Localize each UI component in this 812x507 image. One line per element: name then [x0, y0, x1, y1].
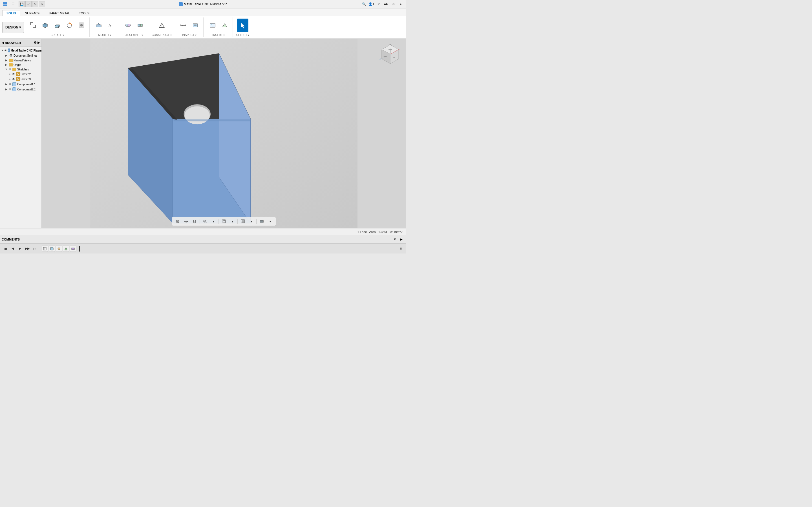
tree-toggle-origin[interactable]: ▶	[4, 63, 8, 66]
assemble1-icon	[124, 21, 132, 29]
search-user-btn[interactable]: 🔍	[361, 1, 367, 7]
construct1-icon	[158, 21, 166, 29]
viewport-env-btn[interactable]	[258, 218, 265, 225]
comments-expand-btn[interactable]: ▶	[399, 237, 404, 242]
undo-btn[interactable]: ↩	[26, 1, 32, 7]
formula-btn[interactable]: fx	[105, 18, 116, 32]
tab-sheet-metal[interactable]: SHEET METAL	[45, 10, 74, 16]
hole-btn[interactable]	[76, 18, 87, 32]
construct1-btn[interactable]	[156, 18, 167, 32]
toolbar-group-create: CREATE ▾	[25, 17, 90, 37]
box-btn[interactable]	[40, 18, 51, 32]
revolve-btn[interactable]	[64, 18, 75, 32]
browser-panel: ◀ BROWSER ⚙ ▶ ▼ 👁 C Metal Table CNC Plas…	[0, 39, 42, 228]
extrude-btn[interactable]	[52, 18, 63, 32]
tree-item-sketches[interactable]: ▼ 👁 Sketches	[0, 67, 42, 71]
tab-surface[interactable]: SURFACE	[21, 10, 44, 16]
apps-icon[interactable]	[2, 1, 8, 7]
viewport-pan-btn[interactable]	[183, 218, 190, 225]
tree-item-origin[interactable]: ▶ Origin	[0, 62, 42, 67]
image-btn[interactable]	[207, 18, 218, 32]
viewport-display-mode-btn[interactable]	[220, 218, 227, 225]
timeline-icon4-btn[interactable]	[63, 245, 69, 252]
tab-solid[interactable]: SOLID	[2, 10, 20, 16]
assemble2-btn[interactable]	[135, 18, 146, 32]
timeline-start-btn[interactable]: ⏮	[2, 245, 8, 252]
tree-toggle-comp2[interactable]: ▶	[4, 88, 8, 91]
measure-btn[interactable]	[177, 18, 189, 32]
browser-tree: ▼ 👁 C Metal Table CNC Plasma v1 📌 ▶ ⚙ Do…	[0, 47, 42, 228]
measure-icon	[179, 21, 187, 29]
viewport-origin-btn[interactable]	[174, 218, 181, 225]
orientation-cube[interactable]: ▲ X Z TOP LEFT FR	[379, 43, 402, 66]
svg-text:X: X	[399, 48, 401, 50]
file-menu-btn[interactable]: ☰	[10, 2, 16, 6]
title-app-icon	[179, 2, 183, 6]
viewport-grid-dropdown-btn[interactable]: ▾	[248, 218, 255, 225]
browser-collapse-icon[interactable]: ◀	[2, 41, 4, 44]
tree-toggle-comp1[interactable]: ▶	[4, 82, 8, 86]
browser-settings-icon[interactable]: ⚙	[34, 41, 37, 45]
tree-item-sketch2[interactable]: ▶ 👁 Sketch2	[0, 71, 42, 76]
viewport-grid-btn[interactable]	[239, 218, 246, 225]
tree-item-named-views[interactable]: ▶ Named Views	[0, 58, 42, 62]
press-pull-btn[interactable]	[93, 18, 104, 32]
timeline-next-btn[interactable]: ▶▶	[24, 245, 31, 252]
tree-item-sketch3[interactable]: ▶ 👁 Sketch3	[0, 76, 42, 82]
tree-toggle-sketches[interactable]: ▼	[4, 68, 8, 71]
tree-toggle-root[interactable]: ▼	[1, 49, 4, 52]
svg-point-80	[58, 247, 60, 250]
timeline-icon3-btn[interactable]	[56, 245, 62, 252]
viewport-toolbar: ▾ ▾ ▾ ▾	[172, 217, 276, 226]
tree-item-comp1[interactable]: ▶ 👁 Component1:1	[0, 82, 42, 87]
viewport-zoom-btn[interactable]	[202, 218, 208, 225]
tree-item-doc-settings[interactable]: ▶ ⚙ Document Settings	[0, 53, 42, 58]
sketch-icon-2	[16, 72, 20, 76]
timeline-play-btn[interactable]: ▶	[17, 245, 23, 252]
tree-item-comp2[interactable]: ▶ 👁 Component2:1	[0, 87, 42, 92]
svg-rect-32	[210, 23, 215, 27]
insert-btn[interactable]	[219, 18, 231, 32]
viewport-env-dropdown-btn[interactable]: ▾	[267, 218, 273, 225]
svg-rect-76	[260, 221, 263, 221]
viewport-display-dropdown-btn[interactable]: ▾	[229, 218, 236, 225]
help-btn[interactable]: ?	[375, 1, 382, 7]
tree-item-root[interactable]: ▼ 👁 C Metal Table CNC Plasma v1 📌	[0, 48, 42, 53]
tree-toggle-named-views[interactable]: ▶	[4, 59, 8, 62]
viewport[interactable]: ▲ X Z TOP LEFT FR ▾	[42, 39, 406, 228]
viewport-zoom-dropdown-btn[interactable]: ▾	[210, 218, 217, 225]
timeline-icon2-btn[interactable]	[49, 245, 55, 252]
timeline-icons	[42, 245, 76, 252]
inspect-btn[interactable]	[190, 18, 201, 32]
user-count-btn[interactable]: 👤1	[368, 1, 374, 7]
save-btn[interactable]: 💾	[18, 1, 25, 7]
select-btn[interactable]	[237, 18, 248, 32]
timeline-end-btn[interactable]: ⏭	[32, 245, 38, 252]
browser-expand-icon[interactable]: ▶	[38, 41, 40, 45]
titlebar-actions: 💾 ↩ ↪ ↪	[18, 1, 45, 7]
create-buttons	[28, 17, 87, 33]
svg-rect-1	[5, 2, 7, 4]
tree-toggle-doc[interactable]: ▶	[4, 54, 8, 57]
redo-alt-btn[interactable]: ↪	[39, 1, 45, 7]
timeline-icon1-btn[interactable]	[42, 245, 48, 252]
viewport-orbit-btn[interactable]	[191, 218, 198, 225]
select-group-label: SELECT ▾	[236, 34, 250, 37]
comments-settings-btn[interactable]: ⚙	[392, 237, 398, 242]
new-component-btn[interactable]	[28, 18, 39, 32]
title-text: Metal Table CNC Plasma v1*	[184, 2, 227, 6]
box-icon	[41, 21, 49, 29]
redo-btn[interactable]: ↪	[32, 1, 38, 7]
new-tab-btn[interactable]: +	[398, 1, 404, 7]
tree-label-comp2: Component2:1	[17, 88, 36, 91]
design-dropdown-btn[interactable]: DESIGN ▾	[2, 22, 24, 33]
close-btn[interactable]: ✕	[390, 1, 396, 7]
user-initials-btn[interactable]: AE	[383, 1, 389, 7]
svg-rect-66	[223, 220, 223, 221]
timeline-settings-btn[interactable]: ⚙	[398, 246, 404, 251]
assemble1-btn[interactable]	[122, 18, 134, 32]
timeline-icon5-btn[interactable]	[70, 245, 76, 252]
tab-tools[interactable]: TOOLS	[75, 10, 94, 16]
timeline-prev-btn[interactable]: ◀	[10, 245, 16, 252]
status-bar: 1 Face | Area : 1.350E+05 mm^2	[0, 228, 406, 235]
